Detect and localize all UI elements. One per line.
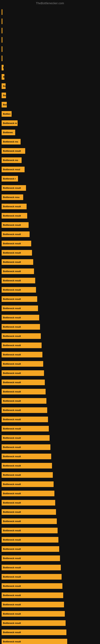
- bar: Bottleneck res: [1, 158, 22, 163]
- bar: Bottleneck result: [1, 639, 67, 644]
- bar: Bottleneck result: [1, 602, 64, 607]
- bar: Bottleneck result: [1, 574, 62, 580]
- bar-label: Bottleneck result: [2, 483, 21, 486]
- bar: Bottleneck result: [1, 611, 65, 617]
- bar-row: [0, 17, 100, 26]
- bar: Bottleneck result: [1, 278, 35, 283]
- bar: Bottleneck result: [1, 185, 26, 191]
- bar-row: Bottleneck result: [0, 285, 100, 294]
- bar-label: Bottleneck result: [2, 492, 21, 495]
- bar: Bottleneck result: [1, 398, 47, 404]
- bar-row: Bottleneck result: [0, 276, 100, 285]
- bar-row: Bottleneck result: [0, 554, 100, 563]
- bar: Bottleneck result: [1, 213, 27, 218]
- bar: Bottleneck result: [1, 268, 34, 274]
- bar-label: Bottleneck result: [2, 261, 21, 263]
- bar: Bottleneck result: [1, 306, 38, 311]
- bar-label: Bottleneck resu: [2, 196, 20, 198]
- bar-row: Bottleneck result: [0, 313, 100, 322]
- bar-label: Bo: [2, 85, 6, 87]
- bar: Bottleneck re: [1, 120, 18, 126]
- bar-row: Bo: [0, 91, 100, 100]
- bar: Bottleneck result: [1, 148, 25, 154]
- bar: Bottleneck result: [1, 259, 33, 265]
- bar-label: Bottleneck result: [2, 548, 21, 550]
- bar-label: Bottleneck result: [2, 520, 21, 522]
- bar-row: Bottleneck result: [0, 248, 100, 257]
- bar: Bottleneck result: [1, 491, 54, 496]
- site-title: TheBottlenecker.com: [0, 0, 100, 6]
- bar-label: Bottleneck resul: [2, 168, 21, 171]
- bar-row: Bottleneck result: [0, 415, 100, 424]
- bar: Bottleneck result: [1, 454, 51, 459]
- bar-row: Bottleneck result: [0, 619, 100, 628]
- bar-label: Bottleneck result: [2, 538, 21, 541]
- bar: [1, 56, 2, 61]
- bar-row: Bottlen: [0, 110, 100, 118]
- bar-row: Bottleneck result: [0, 378, 100, 387]
- bar-row: Bottleneck result: [0, 526, 100, 535]
- bar-label: Bottleneck result: [2, 418, 21, 420]
- bar-label: Bottleneck result: [2, 307, 21, 310]
- bar-row: Bottleneck result: [0, 332, 100, 340]
- bars-container: BBBoBoBotBottlenBottleneck reBottlenecBo…: [0, 6, 100, 644]
- bar: Bottleneck result: [1, 482, 53, 487]
- bar-label: Bottleneck result: [2, 381, 21, 384]
- bar-label: Bottleneck result: [2, 631, 21, 634]
- bar-row: [0, 45, 100, 54]
- bar: Bottleneck result: [1, 222, 29, 228]
- bar-row: Bottleneck result: [0, 544, 100, 554]
- bar: Bottlen: [1, 111, 12, 117]
- bar-label: Bottlenec: [2, 131, 14, 134]
- bar-label: Bottleneck result: [2, 474, 21, 476]
- bar-row: Bottleneck result: [0, 424, 100, 433]
- bar-row: B: [0, 72, 100, 81]
- bar-row: Bottleneck result: [0, 267, 100, 276]
- bar: Bottleneck result: [1, 537, 58, 542]
- bar-label: Bottleneck result: [2, 464, 21, 467]
- bar: Bottleneck result: [1, 528, 58, 533]
- bar: Bottleneck result: [1, 592, 63, 598]
- bar-label: Bottleneck result: [2, 566, 21, 569]
- bar-row: Bottleneck result: [0, 434, 100, 442]
- bar-label: Bottleneck result: [2, 585, 21, 587]
- bar: Bo: [1, 92, 6, 98]
- bar: Bottleneck result: [1, 296, 37, 302]
- bar-label: Bottleneck result: [2, 428, 21, 430]
- bar-label: Bottleneck result: [2, 150, 21, 152]
- bar: Bottleneck result: [1, 342, 42, 348]
- bar-row: [0, 54, 100, 63]
- bar-label: Bottleneck result: [2, 270, 21, 272]
- bar-row: Bo: [0, 82, 100, 90]
- bar: Bottleneck result: [1, 426, 49, 432]
- bar-row: Bottleneck result: [0, 489, 100, 498]
- bar: Bottleneck result: [1, 204, 27, 209]
- bar: Bo: [1, 83, 6, 89]
- bar-label: Bottleneck result: [2, 252, 21, 254]
- bar-row: Bottleneck result: [0, 350, 100, 359]
- bar-row: Bottleneck result: [0, 628, 100, 637]
- bar: [1, 46, 2, 52]
- bar: Bottleneck result: [1, 407, 47, 413]
- bar-row: Bottleneck result: [0, 202, 100, 211]
- bar-row: Bottleneck result: [0, 220, 100, 230]
- bar-row: Bottleneck result: [0, 406, 100, 414]
- bar-row: Bottleneck resu: [0, 193, 100, 202]
- bar-label: Bottleneck res: [2, 140, 19, 143]
- bar: [1, 37, 2, 43]
- bar-label: B: [2, 66, 3, 69]
- bar-row: Bottleneck result: [0, 184, 100, 192]
- bar: Bottleneck result: [1, 250, 32, 256]
- bar: Bottleneck result: [1, 361, 43, 367]
- bar-row: Bottleneck result: [0, 480, 100, 489]
- bar-row: [0, 26, 100, 35]
- bar-row: Bottleneck result: [0, 211, 100, 220]
- bar-label: Bottleneck result: [2, 326, 21, 328]
- bar-row: Bottleneck result: [0, 582, 100, 590]
- bar-label: Bottleneck result: [2, 612, 21, 615]
- bar-label: Bottleneck result: [2, 390, 21, 393]
- bar-row: Bottleneck result: [0, 470, 100, 480]
- bar: Bottleneck result: [1, 509, 56, 515]
- bar: Bottleneck result: [1, 232, 30, 237]
- bar-label: Bo: [2, 94, 6, 96]
